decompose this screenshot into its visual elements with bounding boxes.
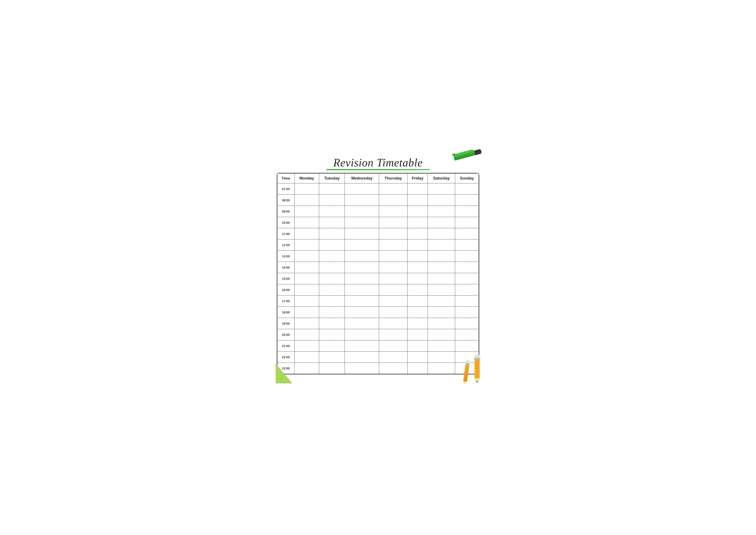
schedule-cell[interactable]	[408, 352, 428, 363]
schedule-cell[interactable]	[295, 183, 319, 195]
schedule-cell[interactable]	[319, 273, 345, 284]
schedule-cell[interactable]	[455, 206, 479, 217]
schedule-cell[interactable]	[345, 273, 379, 284]
schedule-cell[interactable]	[379, 284, 407, 296]
schedule-cell[interactable]	[345, 352, 379, 363]
schedule-cell[interactable]	[345, 251, 379, 262]
schedule-cell[interactable]	[345, 228, 379, 239]
schedule-cell[interactable]	[295, 340, 319, 352]
schedule-cell[interactable]	[379, 329, 407, 340]
schedule-cell[interactable]	[319, 195, 345, 206]
schedule-cell[interactable]	[319, 340, 345, 352]
schedule-cell[interactable]	[379, 239, 407, 251]
schedule-cell[interactable]	[455, 340, 479, 352]
schedule-cell[interactable]	[345, 296, 379, 307]
schedule-cell[interactable]	[295, 217, 319, 228]
schedule-cell[interactable]	[379, 228, 407, 239]
schedule-cell[interactable]	[428, 195, 455, 206]
schedule-cell[interactable]	[345, 195, 379, 206]
schedule-cell[interactable]	[428, 329, 455, 340]
schedule-cell[interactable]	[319, 228, 345, 239]
schedule-cell[interactable]	[295, 262, 319, 273]
schedule-cell[interactable]	[379, 352, 407, 363]
schedule-cell[interactable]	[295, 206, 319, 217]
schedule-cell[interactable]	[428, 183, 455, 195]
schedule-cell[interactable]	[379, 340, 407, 352]
schedule-cell[interactable]	[408, 318, 428, 329]
schedule-cell[interactable]	[408, 239, 428, 251]
schedule-cell[interactable]	[428, 217, 455, 228]
schedule-cell[interactable]	[379, 206, 407, 217]
schedule-cell[interactable]	[295, 363, 319, 374]
schedule-cell[interactable]	[428, 318, 455, 329]
schedule-cell[interactable]	[428, 273, 455, 284]
schedule-cell[interactable]	[345, 206, 379, 217]
schedule-cell[interactable]	[455, 251, 479, 262]
schedule-cell[interactable]	[319, 284, 345, 296]
schedule-cell[interactable]	[319, 352, 345, 363]
schedule-cell[interactable]	[295, 307, 319, 318]
schedule-cell[interactable]	[408, 206, 428, 217]
schedule-cell[interactable]	[455, 239, 479, 251]
schedule-cell[interactable]	[345, 262, 379, 273]
schedule-cell[interactable]	[408, 262, 428, 273]
schedule-cell[interactable]	[428, 363, 455, 374]
schedule-cell[interactable]	[408, 217, 428, 228]
schedule-cell[interactable]	[379, 251, 407, 262]
schedule-cell[interactable]	[345, 217, 379, 228]
schedule-cell[interactable]	[379, 296, 407, 307]
schedule-cell[interactable]	[408, 307, 428, 318]
schedule-cell[interactable]	[345, 183, 379, 195]
schedule-cell[interactable]	[408, 183, 428, 195]
schedule-cell[interactable]	[319, 262, 345, 273]
schedule-cell[interactable]	[345, 307, 379, 318]
schedule-cell[interactable]	[455, 318, 479, 329]
schedule-cell[interactable]	[428, 251, 455, 262]
schedule-cell[interactable]	[428, 206, 455, 217]
schedule-cell[interactable]	[428, 307, 455, 318]
schedule-cell[interactable]	[408, 363, 428, 374]
schedule-cell[interactable]	[428, 284, 455, 296]
schedule-cell[interactable]	[379, 307, 407, 318]
schedule-cell[interactable]	[319, 296, 345, 307]
schedule-cell[interactable]	[345, 329, 379, 340]
schedule-cell[interactable]	[319, 318, 345, 329]
schedule-cell[interactable]	[408, 329, 428, 340]
schedule-cell[interactable]	[295, 284, 319, 296]
schedule-cell[interactable]	[295, 329, 319, 340]
schedule-cell[interactable]	[455, 296, 479, 307]
schedule-cell[interactable]	[295, 228, 319, 239]
schedule-cell[interactable]	[428, 296, 455, 307]
schedule-cell[interactable]	[408, 228, 428, 239]
schedule-cell[interactable]	[379, 273, 407, 284]
schedule-cell[interactable]	[455, 262, 479, 273]
schedule-cell[interactable]	[428, 228, 455, 239]
schedule-cell[interactable]	[379, 183, 407, 195]
schedule-cell[interactable]	[319, 329, 345, 340]
schedule-cell[interactable]	[408, 273, 428, 284]
schedule-cell[interactable]	[379, 195, 407, 206]
schedule-cell[interactable]	[345, 363, 379, 374]
schedule-cell[interactable]	[319, 363, 345, 374]
schedule-cell[interactable]	[295, 352, 319, 363]
schedule-cell[interactable]	[319, 206, 345, 217]
schedule-cell[interactable]	[319, 251, 345, 262]
schedule-cell[interactable]	[379, 217, 407, 228]
schedule-cell[interactable]	[345, 284, 379, 296]
schedule-cell[interactable]	[428, 239, 455, 251]
schedule-cell[interactable]	[408, 195, 428, 206]
schedule-cell[interactable]	[319, 183, 345, 195]
schedule-cell[interactable]	[408, 296, 428, 307]
schedule-cell[interactable]	[295, 195, 319, 206]
schedule-cell[interactable]	[455, 329, 479, 340]
schedule-cell[interactable]	[345, 340, 379, 352]
schedule-cell[interactable]	[455, 217, 479, 228]
schedule-cell[interactable]	[455, 273, 479, 284]
schedule-cell[interactable]	[455, 228, 479, 239]
schedule-cell[interactable]	[379, 363, 407, 374]
schedule-cell[interactable]	[319, 217, 345, 228]
schedule-cell[interactable]	[295, 239, 319, 251]
schedule-cell[interactable]	[295, 296, 319, 307]
schedule-cell[interactable]	[319, 307, 345, 318]
schedule-cell[interactable]	[379, 318, 407, 329]
